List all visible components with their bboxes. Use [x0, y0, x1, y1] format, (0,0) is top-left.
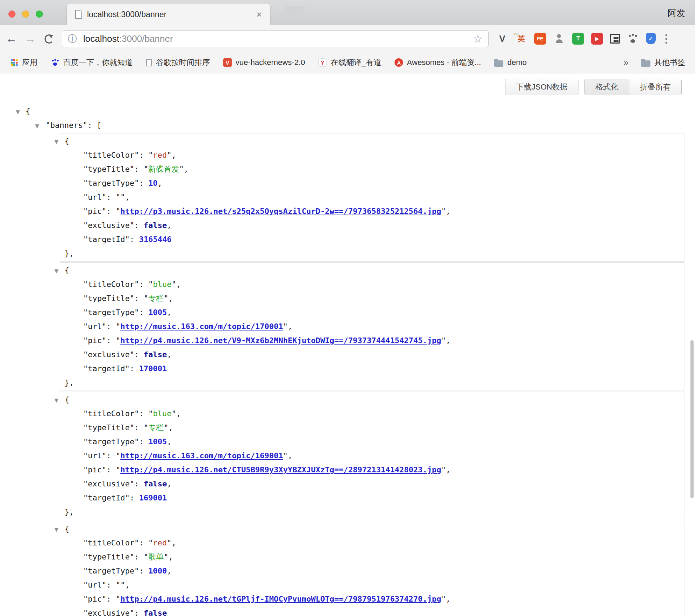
json-link[interactable]: http://music.163.com/m/topic/169001 — [120, 451, 283, 460]
qrcode-icon[interactable] — [610, 34, 620, 44]
json-line: "targetType": 1005, — [59, 306, 684, 320]
bookmark-item[interactable]: vue-hackernews-2.0 — [223, 58, 305, 67]
collapse-toggle-icon[interactable]: ▼ — [35, 119, 39, 133]
json-link[interactable]: http://p3.music.126.net/s25q2x5QyqsAzilC… — [120, 207, 441, 216]
bookmark-item[interactable]: 谷歌按时间排序 — [146, 57, 210, 68]
json-line: ▼{ — [59, 393, 684, 407]
page-content: 下载JSON数据 格式化 折叠所有 ▼{▼"banners": [▼{"titl… — [0, 73, 695, 616]
json-key: "typeTitle" — [83, 423, 134, 432]
json-number-value: 170001 — [139, 364, 167, 373]
window-fullscreen-button[interactable] — [36, 11, 43, 18]
quote: " — [283, 322, 288, 331]
other-bookmarks[interactable]: 其他书签 — [641, 57, 685, 68]
punctuation: , — [168, 294, 173, 303]
video-play-icon[interactable]: ▶ — [591, 33, 603, 45]
json-line: "exclusive": false, — [59, 477, 684, 491]
banner-object: ▼{"titleColor": "blue","typeTitle": "专栏"… — [59, 262, 684, 391]
json-key: "exclusive" — [83, 221, 134, 230]
json-key: "typeTitle" — [83, 552, 134, 561]
bookmark-item[interactable]: Awesomes - 前端资... — [395, 57, 481, 68]
json-boolean-value: false — [144, 350, 167, 359]
punctuation: : — [134, 294, 144, 303]
json-line: ▼{ — [59, 134, 684, 148]
fehelper-icon[interactable]: FE — [534, 33, 546, 45]
collapse-toggle-icon[interactable]: ▼ — [16, 105, 20, 119]
json-key: "banners" — [46, 121, 87, 130]
bookmarks-overflow-icon[interactable]: » — [623, 57, 629, 68]
json-key: "url" — [83, 322, 106, 331]
json-key: "targetType" — [83, 308, 139, 317]
collapse-toggle-icon[interactable]: ▼ — [54, 135, 59, 149]
paw-icon[interactable] — [627, 33, 639, 45]
punctuation: , — [167, 566, 171, 575]
bookmark-star-icon[interactable] — [473, 32, 483, 45]
address-bar[interactable]: localhost:3000/banner — [62, 30, 489, 47]
collapse-toggle-icon[interactable]: ▼ — [54, 523, 59, 537]
window-close-button[interactable] — [8, 11, 15, 18]
json-link[interactable]: http://music.163.com/m/topic/170001 — [120, 322, 283, 331]
collapse-all-button[interactable]: 折叠所有 — [629, 79, 682, 95]
json-string-value: red — [153, 538, 167, 547]
json-boolean-value: false — [144, 609, 167, 616]
blue-shield-icon[interactable]: ✓ — [646, 33, 656, 44]
quote: " — [116, 465, 120, 474]
punctuation: : — [134, 350, 144, 359]
awesomes-icon — [395, 58, 403, 67]
page-icon — [75, 10, 82, 19]
punctuation: : — [106, 595, 116, 603]
tab-close-icon[interactable] — [253, 9, 265, 20]
json-link[interactable]: http://p4.music.126.net/CTU5B9R9y3XyYBZX… — [120, 465, 441, 474]
json-line: "pic": "http://p4.music.126.net/tGPljf-I… — [59, 592, 684, 606]
punctuation: : — [134, 609, 144, 616]
json-line: "exclusive": false — [59, 606, 684, 616]
info-icon[interactable] — [68, 33, 77, 45]
punctuation: : — [130, 493, 139, 502]
vue-icon — [223, 58, 232, 67]
scrollbar-thumb[interactable] — [690, 340, 694, 498]
bookmark-label: vue-hackernews-2.0 — [236, 58, 305, 67]
translate-icon[interactable]: 英en — [515, 33, 527, 45]
collapse-toggle-icon[interactable]: ▼ — [54, 393, 59, 407]
punctuation: : — [134, 221, 144, 230]
format-button[interactable]: 格式化 — [584, 79, 629, 95]
quote: " — [179, 165, 184, 173]
json-line: "titleColor": "red", — [59, 148, 684, 162]
json-line: "exclusive": false, — [59, 348, 684, 362]
punctuation: , — [172, 538, 176, 547]
reload-button[interactable] — [41, 32, 57, 45]
bookmark-item[interactable]: 应用 — [10, 57, 38, 68]
download-json-button[interactable]: 下载JSON数据 — [505, 79, 578, 95]
punctuation: , — [125, 193, 130, 202]
vimium-icon[interactable]: V — [496, 33, 508, 45]
json-link[interactable]: http://p4.music.126.net/V9-MXz6b2MNhEKju… — [120, 336, 441, 345]
quote: " — [116, 336, 120, 345]
punctuation: { — [65, 395, 69, 404]
green-ext-icon[interactable]: T — [572, 33, 584, 45]
profile-name[interactable]: 阿发 — [668, 7, 685, 19]
new-tab-button[interactable] — [278, 6, 305, 22]
json-link[interactable]: http://p4.music.126.net/tGPljf-IMOCyPvum… — [120, 595, 441, 603]
bookmark-item[interactable]: 在线翻译_有道 — [318, 57, 381, 68]
json-key: "titleColor" — [83, 409, 139, 418]
punctuation: , — [288, 322, 292, 331]
json-line: "targetId": 3165446 — [59, 232, 684, 247]
bookmark-item[interactable]: demo — [494, 58, 527, 67]
punctuation: : — [139, 280, 148, 289]
punctuation: : — [134, 479, 144, 488]
bookmark-item[interactable]: 百度一下，你就知道 — [51, 57, 133, 68]
browser-tab[interactable]: localhost:3000/banner — [67, 4, 270, 25]
collapse-toggle-icon[interactable]: ▼ — [54, 264, 59, 278]
back-button[interactable] — [4, 32, 19, 45]
json-key: "typeTitle" — [83, 294, 134, 303]
people-icon[interactable] — [553, 33, 565, 45]
quote: " — [116, 322, 120, 331]
punctuation: , — [446, 595, 450, 603]
window-minimize-button[interactable] — [22, 11, 29, 18]
punctuation: , — [446, 207, 450, 216]
bookmarks-bar: 应用百度一下，你就知道谷歌按时间排序vue-hackernews-2.0在线翻译… — [0, 52, 695, 73]
forward-button[interactable] — [22, 32, 38, 45]
punctuation: : — [134, 423, 144, 432]
browser-menu-icon[interactable] — [661, 32, 672, 45]
bookmark-label: 应用 — [22, 57, 38, 68]
json-line: "titleColor": "blue", — [59, 277, 684, 291]
